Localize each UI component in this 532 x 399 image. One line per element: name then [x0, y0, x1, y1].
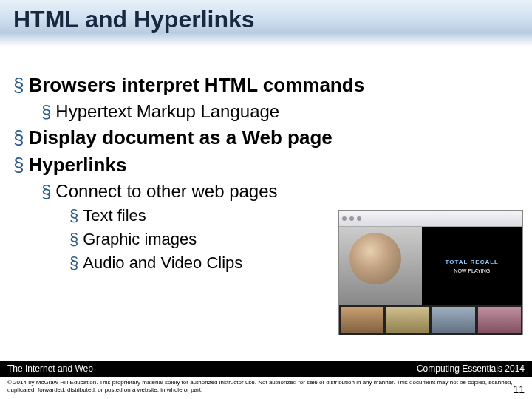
thumb-right-sub: NOW PLAYING — [454, 268, 490, 273]
slide: HTML and Hyperlinks Browsers interpret H… — [0, 0, 532, 399]
bullet-level2: Hypertext Markup Language — [41, 101, 519, 122]
footer-right-text: Computing Essentials 2014 — [417, 364, 525, 374]
thumb-body: TOTAL RECALL NOW PLAYING — [339, 227, 522, 335]
footer: The Internet and Web Computing Essential… — [0, 361, 532, 399]
footer-bar: The Internet and Web Computing Essential… — [0, 361, 532, 377]
thumb-right-title: TOTAL RECALL — [446, 259, 499, 265]
bullet-level2: Connect to other web pages — [41, 181, 519, 202]
bullet-level1: Display document as a Web page — [13, 126, 519, 149]
thumb-thumbnail-strip — [339, 305, 522, 335]
copyright-text: © 2014 by McGraw-Hill Education. This pr… — [7, 379, 513, 393]
footer-copyright-area: © 2014 by McGraw-Hill Education. This pr… — [0, 377, 532, 399]
thumb-face-graphic — [349, 233, 401, 284]
page-number: 11 — [513, 383, 525, 396]
thumb-main-image — [339, 227, 422, 305]
bullet-level1: Hyperlinks — [13, 154, 519, 177]
thumb-browser-chrome — [339, 211, 522, 227]
bullet-level1: Browsers interpret HTML commands — [13, 74, 519, 97]
footer-left-text: The Internet and Web — [7, 364, 93, 374]
thumb-movie-panel: TOTAL RECALL NOW PLAYING — [422, 227, 522, 305]
slide-title: HTML and Hyperlinks — [13, 6, 255, 33]
webpage-screenshot: TOTAL RECALL NOW PLAYING — [338, 210, 523, 335]
